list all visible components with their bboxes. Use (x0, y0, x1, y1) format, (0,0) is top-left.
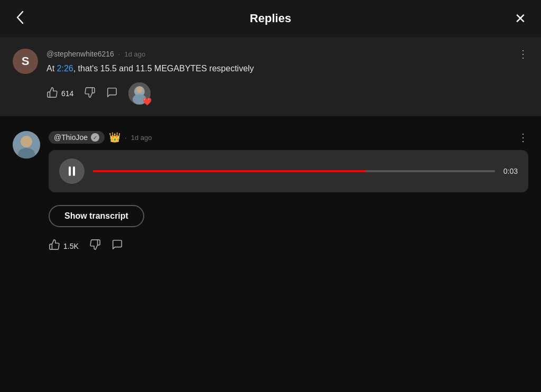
show-transcript-button[interactable]: Show transcript (49, 205, 144, 227)
reply-separator: · (125, 134, 127, 142)
progress-container[interactable] (93, 170, 495, 172)
reply-button[interactable] (106, 87, 118, 101)
thumbs-up-icon (46, 87, 58, 101)
reply-reply-button[interactable] (111, 239, 123, 253)
thumbs-down-icon (84, 87, 96, 101)
reply-more-button[interactable]: ⋮ (518, 132, 528, 143)
heart-emoji-icon: ❤️ (143, 97, 152, 106)
progress-track (93, 170, 495, 172)
reply-avatar (13, 131, 40, 158)
heart-reaction: ❤️ (128, 82, 151, 105)
reply-dislike-button[interactable] (89, 239, 101, 253)
comment-separator: · (118, 50, 120, 58)
like-button[interactable]: 614 (46, 87, 73, 101)
page-title: Replies (250, 12, 291, 25)
pause-bar-right (73, 166, 75, 176)
reply-thumbs-down-icon (89, 239, 101, 253)
svg-point-5 (21, 136, 32, 147)
comment-text-before: At (46, 64, 57, 73)
reply-actions: 1.5K (49, 239, 528, 253)
verified-icon: ✓ (91, 133, 99, 142)
pause-bar-left (69, 166, 71, 176)
reply-like-button[interactable]: 1.5K (49, 239, 79, 253)
avatar: S (13, 49, 38, 74)
thiojoe-name: @ThioJoe (54, 133, 88, 142)
pause-icon (69, 166, 75, 176)
reply-thumbs-up-icon (49, 239, 60, 253)
comment-time: 1d ago (124, 50, 145, 58)
comment-more-button[interactable]: ⋮ (518, 49, 528, 59)
timestamp-link[interactable]: 2:26 (57, 64, 73, 73)
time-display: 0:03 (503, 167, 518, 175)
svg-point-3 (136, 87, 143, 93)
reply-reply-icon (111, 239, 123, 253)
audio-player: 0:03 (49, 150, 528, 192)
header: Replies ✕ (0, 0, 541, 37)
pause-button[interactable] (59, 158, 85, 184)
reply-like-count: 1.5K (63, 242, 79, 250)
reply-row: @ThioJoe ✓ 👑 · 1d ago ⋮ (13, 131, 528, 253)
comment-username: @stephenwhite6216 (46, 50, 114, 58)
comment-actions: 614 (46, 82, 528, 105)
comment-section: S @stephenwhite6216 · 1d ago ⋮ At 2:26, … (0, 37, 541, 119)
close-button[interactable]: ✕ (515, 12, 526, 25)
reply-meta: @ThioJoe ✓ 👑 · 1d ago ⋮ (49, 131, 528, 144)
comment-row: S @stephenwhite6216 · 1d ago ⋮ At 2:26, … (13, 49, 528, 105)
reply-content: @ThioJoe ✓ 👑 · 1d ago ⋮ (49, 131, 528, 253)
dislike-button[interactable] (84, 87, 96, 101)
progress-fill (93, 170, 366, 172)
back-button[interactable] (15, 10, 26, 27)
comment-text: At 2:26, that's 15.5 and 11.5 MEGABYTES … (46, 62, 528, 75)
comment-content: @stephenwhite6216 · 1d ago ⋮ At 2:26, th… (46, 49, 528, 105)
reply-username: @ThioJoe ✓ (49, 131, 105, 144)
like-count: 614 (61, 89, 73, 98)
reply-section: @ThioJoe ✓ 👑 · 1d ago ⋮ (0, 119, 541, 265)
comment-text-after: , that's 15.5 and 11.5 MEGABYTES respect… (73, 64, 254, 73)
reply-icon (106, 87, 118, 101)
reply-time: 1d ago (131, 134, 152, 142)
comment-meta: @stephenwhite6216 · 1d ago ⋮ (46, 49, 528, 59)
crown-icon: 👑 (109, 132, 120, 143)
